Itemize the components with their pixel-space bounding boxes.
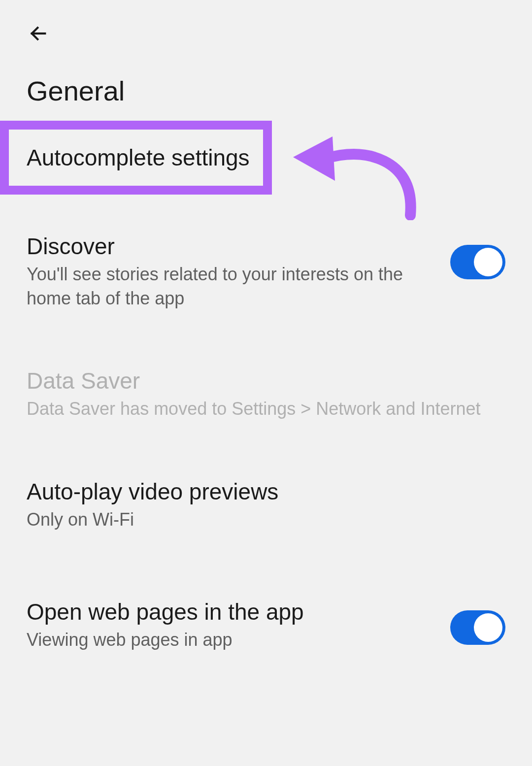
data-saver-title: Data Saver: [27, 367, 505, 394]
open-web-pages-title: Open web pages in the app: [27, 599, 435, 625]
autoplay-video-description: Only on Wi-Fi: [27, 508, 505, 532]
autoplay-video-setting-item[interactable]: Auto-play video previews Only on Wi-Fi: [0, 460, 532, 551]
back-button[interactable]: [27, 22, 50, 45]
data-saver-setting-item: Data Saver Data Saver has moved to Setti…: [0, 349, 532, 440]
autocomplete-settings-label: Autocomplete settings: [27, 144, 250, 171]
discover-toggle[interactable]: [450, 245, 505, 279]
discover-title: Discover: [27, 233, 435, 260]
autoplay-video-title: Auto-play video previews: [27, 478, 505, 505]
open-web-pages-setting-item[interactable]: Open web pages in the app Viewing web pa…: [0, 580, 532, 671]
open-web-pages-description: Viewing web pages in app: [27, 628, 435, 652]
arrow-left-icon: [29, 24, 48, 43]
page-title: General: [0, 45, 532, 107]
open-web-pages-toggle[interactable]: [450, 610, 505, 645]
discover-setting-item[interactable]: Discover You'll see stories related to y…: [0, 214, 532, 329]
svg-marker-1: [293, 136, 335, 181]
toggle-knob: [474, 248, 502, 276]
autocomplete-settings-item[interactable]: Autocomplete settings: [0, 121, 272, 195]
discover-description: You'll see stories related to your inter…: [27, 263, 435, 310]
toggle-knob: [474, 613, 502, 642]
data-saver-description: Data Saver has moved to Settings > Netwo…: [27, 397, 505, 421]
